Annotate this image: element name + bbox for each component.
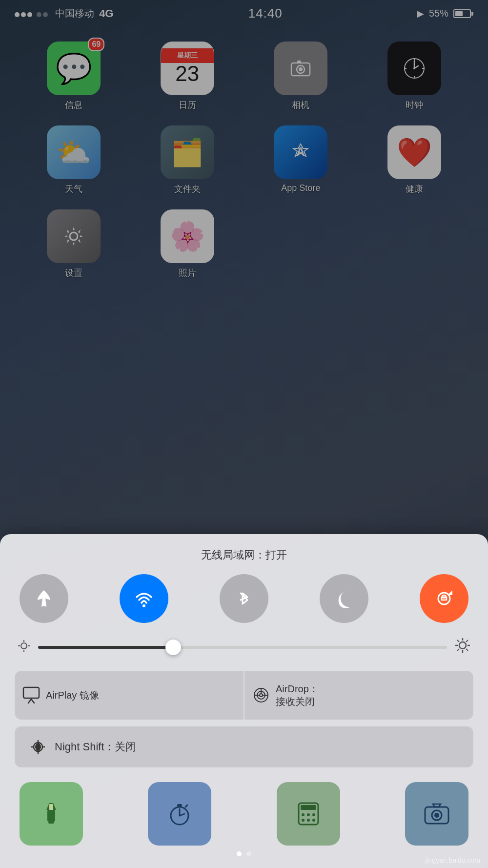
svg-line-27 [457, 640, 459, 642]
svg-point-59 [312, 819, 315, 822]
svg-point-62 [434, 813, 439, 818]
camera-quick-icon [422, 799, 451, 828]
moon-icon [332, 586, 356, 611]
brightness-high-icon [455, 638, 470, 657]
cc-brightness [15, 638, 473, 657]
svg-line-51 [185, 805, 187, 807]
cc-toggles [15, 574, 473, 623]
svg-rect-43 [47, 810, 55, 822]
airplay-label: AirPlay 镜像 [46, 689, 99, 702]
svg-line-30 [457, 649, 459, 651]
bluetooth-icon [232, 586, 256, 611]
calculator-icon [294, 799, 323, 828]
rotation-lock-toggle[interactable] [420, 574, 468, 623]
svg-point-56 [312, 813, 315, 816]
timer-icon [165, 799, 194, 828]
svg-line-29 [466, 640, 468, 642]
watermark: jingyan.baidu.com [425, 856, 480, 864]
svg-point-58 [307, 819, 310, 822]
airplay-button[interactable]: AirPlay 镜像 [15, 671, 244, 720]
brightness-fill [38, 646, 173, 649]
svg-rect-50 [177, 804, 182, 806]
airdrop-icon [252, 686, 270, 704]
airdrop-label: AirDrop： 接收关闭 [276, 682, 319, 708]
svg-line-28 [466, 649, 468, 651]
cc-features: AirPlay 镜像 AirDrop： 接收关闭 [15, 671, 473, 720]
night-shift-icon [29, 738, 47, 756]
airplane-toggle[interactable] [20, 574, 68, 623]
torch-icon [37, 799, 66, 828]
calculator-quick-button[interactable] [277, 782, 340, 846]
brightness-thumb[interactable] [165, 640, 181, 655]
svg-point-54 [302, 813, 305, 816]
svg-point-57 [302, 819, 305, 822]
svg-point-22 [459, 642, 466, 649]
cc-wifi-status: 无线局域网：打开 [15, 548, 473, 562]
airdrop-button[interactable]: AirDrop： 接收关闭 [244, 671, 473, 720]
airplay-icon [22, 686, 40, 704]
svg-rect-31 [23, 687, 39, 698]
airplane-icon [32, 586, 56, 611]
night-shift-button[interactable]: Night Shift：关闭 [15, 726, 473, 767]
brightness-low-icon [18, 640, 30, 656]
bluetooth-toggle[interactable] [220, 574, 268, 623]
torch-quick-button[interactable] [20, 782, 83, 846]
svg-point-55 [307, 813, 310, 816]
wifi-toggle[interactable] [120, 574, 168, 623]
page-dot-1 [237, 851, 242, 856]
svg-point-34 [260, 694, 263, 697]
page-dot-2 [246, 851, 251, 856]
cc-quick-access [15, 777, 473, 846]
svg-point-14 [142, 604, 145, 607]
wifi-icon [132, 586, 156, 611]
svg-rect-53 [301, 805, 316, 810]
svg-rect-45 [48, 822, 54, 824]
control-center: 无线局域网：打开 [0, 534, 488, 868]
donotdisturb-toggle[interactable] [320, 574, 368, 623]
night-shift-label: Night Shift：关闭 [55, 740, 137, 754]
page-dots [15, 846, 473, 858]
svg-point-17 [21, 643, 27, 649]
timer-quick-button[interactable] [148, 782, 211, 846]
svg-rect-46 [49, 804, 53, 810]
rotation-lock-icon [432, 586, 456, 611]
camera-quick-button[interactable] [405, 782, 468, 846]
brightness-track[interactable] [38, 646, 447, 649]
